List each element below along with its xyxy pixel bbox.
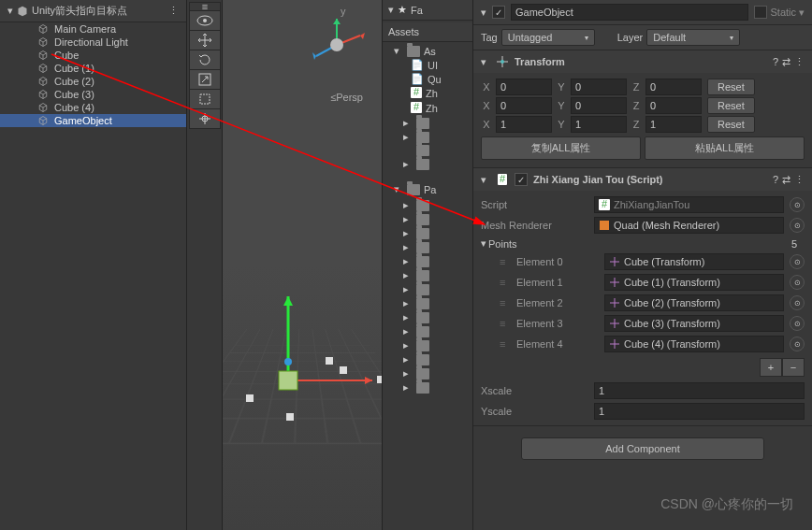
hierarchy-item[interactable]: Cube (2) <box>0 75 186 88</box>
hierarchy-item[interactable]: Directional Light <box>0 36 186 49</box>
packages-root[interactable]: ▾Pa <box>383 182 472 196</box>
copy-all-button[interactable]: 复制ALL属性 <box>481 136 641 160</box>
package-folder[interactable]: ▸ <box>383 366 472 380</box>
drag-handle-icon[interactable]: ≡ <box>500 338 511 350</box>
project-item[interactable]: #Zh <box>383 101 472 116</box>
hierarchy-header[interactable]: ▾ Unity箭头指向目标点 ⋮ <box>0 0 186 22</box>
hierarchy-item[interactable]: Main Camera <box>0 22 186 36</box>
mesh-renderer-field[interactable]: Quad (Mesh Renderer) <box>594 217 784 234</box>
help-icon[interactable]: ? <box>773 174 778 186</box>
transform-z-input[interactable] <box>645 97 702 114</box>
package-folder[interactable]: ▸ <box>383 198 472 212</box>
tag-dropdown[interactable]: Untagged <box>501 29 595 46</box>
project-item[interactable]: 📄Qu <box>383 72 472 86</box>
yscale-input[interactable] <box>594 403 805 420</box>
transform-reference-field[interactable]: Cube (3) (Transform) <box>604 315 784 332</box>
drag-handle-icon[interactable]: ≡ <box>500 256 511 267</box>
object-picker[interactable]: ⊙ <box>790 254 805 269</box>
gameobject-active-checkbox[interactable] <box>492 6 505 19</box>
arrow-down-icon: ▾ <box>394 45 403 57</box>
package-folder[interactable]: ▸ <box>383 380 472 394</box>
menu-icon[interactable]: ⋮ <box>794 56 805 68</box>
move-tool[interactable] <box>189 30 221 50</box>
package-folder[interactable]: ▸ <box>383 310 472 324</box>
package-folder[interactable]: ▸ <box>383 268 472 282</box>
script-header[interactable]: ▾ # Zhi Xiang Jian Tou (Script) ?⇄⋮ <box>473 168 812 191</box>
transform-tool[interactable] <box>189 108 221 129</box>
object-picker[interactable]: ⊙ <box>790 275 805 290</box>
transform-z-input[interactable] <box>645 116 702 133</box>
rotate-tool[interactable] <box>189 50 221 70</box>
folder-collapsed[interactable]: ▸ <box>383 130 472 144</box>
static-checkbox[interactable] <box>754 6 767 19</box>
package-folder[interactable]: ▸ <box>383 226 472 240</box>
transform-x-input[interactable] <box>496 97 552 114</box>
transform-reference-field[interactable]: Cube (4) (Transform) <box>604 336 784 352</box>
assets-root[interactable]: ▾ As <box>383 44 472 58</box>
remove-element-button[interactable]: − <box>782 358 805 377</box>
scale-tool[interactable] <box>189 69 221 90</box>
folder-collapsed[interactable] <box>383 144 472 157</box>
folder-collapsed[interactable]: ▸ <box>383 157 472 171</box>
scene-viewport[interactable]: y ≤Persp <box>223 0 382 530</box>
file-icon: 📄 <box>411 73 424 85</box>
add-element-button[interactable]: + <box>760 358 782 377</box>
object-picker[interactable]: ⊙ <box>790 197 805 212</box>
package-folder[interactable]: ▸ <box>383 338 472 352</box>
hierarchy-item[interactable]: GameObject <box>0 114 186 127</box>
transform-z-input[interactable] <box>645 79 702 95</box>
transform-y-input[interactable] <box>571 79 627 95</box>
package-folder[interactable]: ▸ <box>383 212 472 226</box>
object-picker[interactable]: ⊙ <box>790 316 805 331</box>
menu-icon[interactable]: ⋮ <box>794 174 805 186</box>
static-dropdown-icon[interactable]: ▾ <box>799 7 805 19</box>
xscale-input[interactable] <box>594 382 805 399</box>
menu-icon[interactable]: ⋮ <box>168 5 179 17</box>
package-folder[interactable]: ▸ <box>383 324 472 338</box>
gameobject-name-input[interactable] <box>511 4 748 21</box>
drag-handle-icon[interactable]: ≡ <box>500 297 511 308</box>
hierarchy-item[interactable]: Cube (1) <box>0 62 186 75</box>
package-folder[interactable]: ▸ <box>383 296 472 310</box>
package-folder[interactable]: ▸ <box>383 352 472 366</box>
drag-handle-icon[interactable]: ≡ <box>500 277 511 288</box>
transform-header[interactable]: ▾ Transform ?⇄⋮ <box>473 50 812 73</box>
reset-button[interactable]: Reset <box>707 97 755 114</box>
transform-reference-field[interactable]: Cube (Transform) <box>604 253 784 270</box>
script-enabled-checkbox[interactable] <box>515 173 528 186</box>
reset-button[interactable]: Reset <box>707 79 755 95</box>
project-favorites[interactable]: ▾ ★ Fa <box>383 0 472 21</box>
hierarchy-item[interactable]: Cube <box>0 49 186 62</box>
points-foldout[interactable]: ▾ Points 5 <box>481 236 805 251</box>
hierarchy-item[interactable]: Cube (3) <box>0 88 186 101</box>
settings-icon[interactable]: ⇄ <box>782 174 790 186</box>
package-folder[interactable]: ▸ <box>383 240 472 254</box>
svg-rect-3 <box>200 94 210 104</box>
folder-collapsed[interactable]: ▸ <box>383 116 472 130</box>
layer-dropdown[interactable]: Default <box>646 29 740 46</box>
object-picker[interactable]: ⊙ <box>790 337 805 351</box>
settings-icon[interactable]: ⇄ <box>782 56 790 68</box>
transform-reference-field[interactable]: Cube (2) (Transform) <box>604 294 784 311</box>
drag-handle-icon[interactable]: ≡ <box>500 318 511 329</box>
paste-all-button[interactable]: 粘贴ALL属性 <box>645 136 805 160</box>
transform-y-input[interactable] <box>571 97 627 114</box>
package-folder[interactable]: ▸ <box>383 282 472 296</box>
transform-x-input[interactable] <box>496 79 552 95</box>
add-component-button[interactable]: Add Component <box>521 437 764 460</box>
object-picker[interactable]: ⊙ <box>790 295 805 310</box>
reset-button[interactable]: Reset <box>707 116 755 133</box>
rect-tool[interactable] <box>189 89 221 109</box>
view-tool[interactable] <box>189 10 221 31</box>
help-icon[interactable]: ? <box>773 56 778 68</box>
transform-x-input[interactable] <box>496 116 552 133</box>
object-picker[interactable]: ⊙ <box>790 218 805 233</box>
transform-y-input[interactable] <box>571 116 627 133</box>
project-item[interactable]: 📄UI <box>383 58 472 72</box>
package-folder[interactable]: ▸ <box>383 254 472 268</box>
hierarchy-item[interactable]: Cube (4) <box>0 101 186 114</box>
transform-reference-field[interactable]: Cube (1) (Transform) <box>604 274 784 291</box>
assets-tab[interactable]: Assets <box>383 22 472 42</box>
axis-gizmo[interactable]: y <box>299 7 374 82</box>
project-item[interactable]: #Zh <box>383 86 472 101</box>
